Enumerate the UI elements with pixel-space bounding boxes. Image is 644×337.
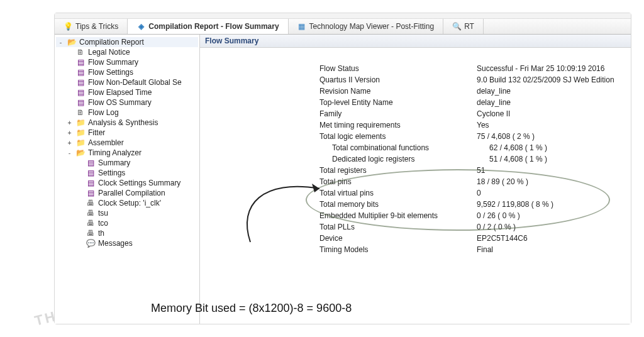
tab-label: RT: [464, 22, 474, 31]
content-panel: Flow Summary Flow StatusSuccessful - Fri…: [200, 35, 631, 324]
panel-title: Flow Summary: [200, 35, 631, 48]
table-icon: ▤: [86, 179, 96, 187]
tree-item-timing[interactable]: Timing Analyzer: [88, 148, 142, 157]
folder-icon: 📁: [75, 138, 86, 147]
tree-item-root[interactable]: Compilation Report: [79, 38, 144, 47]
table-icon: ▤: [75, 68, 86, 77]
tree-item-t-summary[interactable]: Summary: [98, 158, 130, 167]
flow-summary-table: Flow StatusSuccessful - Fri Mar 25 10:09…: [200, 48, 631, 324]
annotation-memory-label: Memory Bit used = (8x1200)-8 = 9600-8: [151, 302, 352, 315]
page-icon: 🗎: [75, 48, 86, 57]
tab-label: Technology Map Viewer - Post-Fitting: [309, 22, 435, 31]
printer-icon: 🖶: [86, 209, 96, 218]
tree-toggle[interactable]: +: [66, 119, 73, 126]
tree-item-fitter[interactable]: Fitter: [88, 128, 105, 137]
tab-tips[interactable]: 💡 Tips & Tricks: [55, 19, 128, 34]
folder-open-icon: 📂: [67, 38, 77, 47]
table-icon: ▤: [86, 189, 96, 197]
tree-item-flow-elapsed[interactable]: Flow Elapsed Time: [88, 88, 152, 97]
tree-item-flow-ndg[interactable]: Flow Non-Default Global Se: [88, 78, 182, 87]
report-tree[interactable]: - 📂 Compilation Report 🗎Legal Notice ▤Fl…: [55, 35, 200, 324]
table-icon: ▤: [75, 98, 86, 107]
search-icon: 🔍: [452, 22, 461, 31]
tab-label: Tips & Tricks: [75, 22, 118, 31]
tab-compilation-report[interactable]: ◈ Compilation Report - Flow Summary: [128, 19, 288, 34]
tree-item-assembler[interactable]: Assembler: [88, 138, 124, 147]
tree-item-t-msgs[interactable]: Messages: [98, 239, 133, 248]
row-val: Successful - Fri Mar 25 10:09:19 2016: [477, 64, 604, 73]
tree-item-t-parcomp[interactable]: Parallel Compilation: [98, 189, 165, 197]
tree-toggle[interactable]: -: [57, 39, 64, 46]
tree-item-t-tco[interactable]: tco: [98, 219, 108, 228]
tab-label: Compilation Report - Flow Summary: [148, 22, 279, 31]
chip-icon: ▦: [297, 22, 306, 31]
tree-item-flow-settings[interactable]: Flow Settings: [88, 68, 133, 77]
tree-toggle[interactable]: +: [66, 140, 73, 146]
tab-rt[interactable]: 🔍 RT: [443, 19, 484, 34]
page-icon: 🗎: [75, 108, 86, 117]
tree-toggle[interactable]: -: [66, 150, 73, 157]
report-icon: ◈: [136, 22, 145, 31]
tree-item-t-clksetup[interactable]: Clock Setup: 'i_clk': [98, 199, 161, 207]
table-icon: ▤: [75, 78, 86, 87]
printer-icon: 🖶: [86, 199, 96, 207]
printer-icon: 🖶: [86, 229, 96, 238]
folder-open-icon: 📂: [75, 148, 86, 157]
tree-item-flow-os[interactable]: Flow OS Summary: [88, 98, 152, 107]
tree-item-flow-summary[interactable]: Flow Summary: [88, 58, 138, 67]
tree-item-t-th[interactable]: th: [98, 229, 104, 238]
table-icon: ▤: [75, 58, 86, 67]
toolbar-strip: [55, 13, 631, 19]
printer-icon: 🖶: [86, 219, 96, 228]
tree-item-analysis[interactable]: Analysis & Synthesis: [88, 118, 158, 127]
row-key: Flow Status: [319, 64, 477, 73]
table-icon: ▤: [86, 168, 96, 177]
tree-toggle[interactable]: +: [66, 130, 73, 136]
table-icon: ▤: [86, 158, 96, 167]
folder-icon: 📁: [75, 128, 86, 137]
lightbulb-icon: 💡: [64, 22, 72, 31]
tree-item-legal[interactable]: Legal Notice: [88, 48, 130, 57]
tab-bar: 💡 Tips & Tricks ◈ Compilation Report - F…: [55, 19, 631, 35]
tree-item-t-settings[interactable]: Settings: [98, 168, 125, 177]
tree-item-flow-log[interactable]: Flow Log: [88, 108, 119, 117]
folder-icon: 📁: [75, 118, 86, 127]
tab-tech-map-viewer[interactable]: ▦ Technology Map Viewer - Post-Fitting: [289, 19, 444, 34]
tree-item-t-tsu[interactable]: tsu: [98, 209, 108, 218]
window: 💡 Tips & Tricks ◈ Compilation Report - F…: [54, 13, 631, 324]
table-icon: ▤: [75, 88, 86, 97]
tree-item-t-clockset[interactable]: Clock Settings Summary: [98, 179, 180, 187]
messages-icon: 💬: [86, 239, 96, 248]
